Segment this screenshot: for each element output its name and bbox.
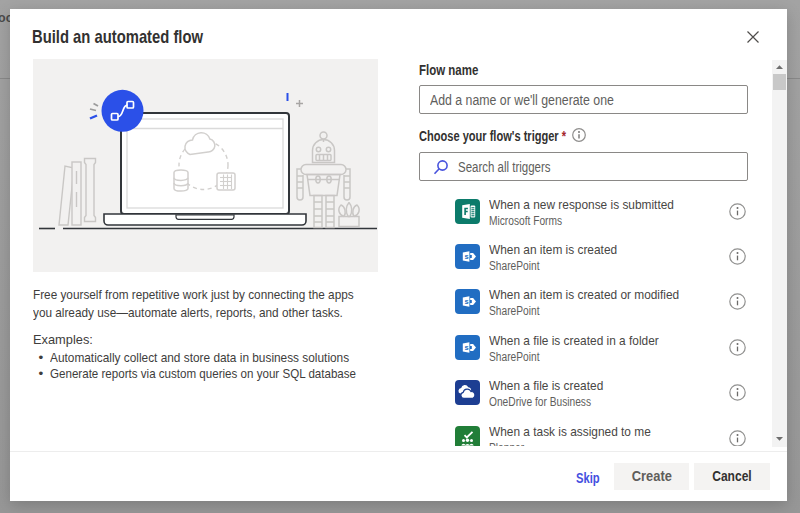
svg-text:s: s <box>464 343 468 352</box>
svg-text:s: s <box>464 252 468 261</box>
svg-text:s: s <box>464 298 468 307</box>
